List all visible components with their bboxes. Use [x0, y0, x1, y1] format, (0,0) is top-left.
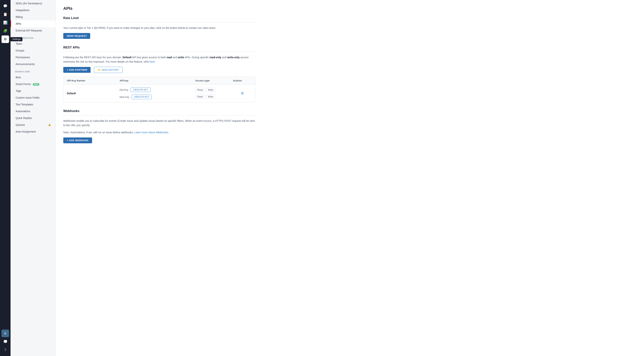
- help-nav-icon[interactable]: h: [2, 330, 9, 337]
- add-webhook-button[interactable]: + ADD WEBHOOK: [63, 137, 92, 143]
- sidebar-item-auto-assignment[interactable]: Auto-Assignment: [10, 128, 56, 135]
- sidebar-item-smart-forms[interactable]: Smart Forms NEW: [10, 81, 56, 87]
- partner-name: Default: [67, 92, 120, 95]
- access-badges-old: Read Write: [195, 88, 233, 92]
- learn-more-link[interactable]: Learn more about Webhooks.: [134, 131, 169, 134]
- rate-limit-section: Rate Limit Your current plan is Tier 1 (…: [63, 16, 255, 39]
- gear-icon: ⚙: [4, 37, 7, 41]
- rest-apis-here-link[interactable]: here: [150, 60, 155, 63]
- sidebar-item-integrations[interactable]: Integrations: [10, 7, 56, 14]
- view-old-key-button[interactable]: VIEW API KEY: [130, 87, 150, 92]
- desc-mid3: APIs. Giving specific: [185, 56, 210, 59]
- chart-nav-icon[interactable]: 📊: [2, 19, 9, 26]
- history-icon: 📁: [98, 68, 101, 71]
- send-request-button[interactable]: SEND REQUEST: [63, 33, 90, 39]
- desc-pre: Following are the REST API keys for your…: [63, 56, 122, 59]
- col-key-header: API key: [120, 79, 195, 82]
- sidebar-item-text-templates[interactable]: Text Templates: [10, 101, 56, 108]
- desc-bold5: write-only: [227, 56, 240, 59]
- content-area: APIs Rate Limit Your current plan is Tie…: [56, 0, 263, 156]
- puzzle-nav-icon[interactable]: 🧩: [2, 27, 9, 35]
- read-badge-old: Read: [195, 88, 205, 92]
- webhooks-divider: [63, 115, 255, 115]
- access-type-col: Read Write Read Write: [195, 88, 233, 99]
- page-title: APIs: [63, 6, 255, 11]
- row-gear-button[interactable]: ⚙: [241, 91, 244, 95]
- desc-mid1: API key gives access to both: [132, 56, 166, 59]
- actions-col: ⚙: [233, 91, 252, 95]
- lock-icon: 🔒: [48, 123, 51, 126]
- old-key-label: Old Key: [120, 88, 128, 91]
- rest-apis-divider: [63, 52, 255, 52]
- new-badge: NEW: [33, 83, 39, 86]
- rest-apis-section: REST APIs Following are the REST API key…: [63, 46, 255, 102]
- sidebar-item-announcements[interactable]: Announcements: [10, 61, 56, 68]
- rate-limit-divider: [63, 22, 255, 23]
- settings-tooltip: Settings: [10, 37, 22, 41]
- write-badge-old: Write: [206, 88, 216, 92]
- col-access-header: Access type: [195, 79, 233, 82]
- sidebar-item-queues[interactable]: Queues 🔒: [10, 121, 56, 128]
- api-table: API Key Partner API key Access type Acti…: [63, 77, 255, 102]
- nav-sidebar: SDKs (for Developers) Integrations Billi…: [10, 0, 56, 356]
- webhooks-desc1: Webhooks enable you to subscribe for eve…: [63, 119, 255, 127]
- sidebar-item-permissions[interactable]: Permissions: [10, 54, 56, 61]
- sidebar-item-billing[interactable]: Billing: [10, 14, 56, 20]
- sidebar-item-external-api[interactable]: External API Requests: [10, 27, 56, 34]
- desc-bold3: write: [178, 56, 184, 59]
- webhooks-desc2: Note: Automations, if set, will run on i…: [63, 130, 255, 134]
- section-workflows-label: WORKFLOWS: [10, 68, 56, 74]
- sidebar-item-groups[interactable]: Groups: [10, 47, 56, 54]
- rest-apis-btn-row: + ADD PARTNER 📁 VIEW HISTORY: [63, 67, 255, 73]
- sidebar-item-apis[interactable]: APIs: [10, 20, 56, 27]
- webhooks-title: Webhooks: [63, 109, 255, 113]
- add-partner-button[interactable]: + ADD PARTNER: [63, 67, 90, 73]
- bottom-icons: h 💭 ?: [2, 330, 9, 354]
- sidebar-item-custom-issue-fields[interactable]: Custom Issue Fields: [10, 94, 56, 101]
- sidebar-item-bots[interactable]: Bots: [10, 74, 56, 81]
- old-key-row: Old Key VIEW API KEY: [120, 87, 195, 92]
- rate-limit-title: Rate Limit: [63, 16, 255, 20]
- sidebar-item-sdks[interactable]: SDKs (for Developers): [10, 0, 56, 7]
- inbox-nav-icon[interactable]: 📋: [2, 11, 9, 18]
- view-history-button[interactable]: 📁 VIEW HISTORY: [94, 67, 122, 73]
- write-badge-new: Write: [206, 95, 216, 99]
- col-actions-header: Actions: [233, 79, 252, 82]
- api-table-header: API Key Partner API key Access type Acti…: [64, 77, 255, 84]
- main-content: APIs Rate Limit Your current plan is Tie…: [56, 0, 644, 356]
- rest-apis-desc: Following are the REST API keys for your…: [63, 55, 255, 64]
- table-row: Default Old Key VIEW API KEY New Key VIE…: [64, 84, 255, 102]
- rate-limit-desc: Your current plan is Tier 1 (60 RPM). If…: [63, 26, 255, 30]
- sidebar-item-tags[interactable]: Tags: [10, 87, 56, 94]
- question-nav-icon[interactable]: ?: [2, 346, 9, 354]
- desc-mid4: and: [222, 56, 227, 59]
- desc-bold2: read: [166, 56, 172, 59]
- icon-sidebar: 💬 📋 📊 🧩 ⚙ Settings h 💭 ?: [0, 0, 10, 356]
- desc-bold4: read-only: [210, 56, 221, 59]
- sidebar-item-automations[interactable]: Automations: [10, 108, 56, 115]
- sidebar-item-team[interactable]: Team: [10, 40, 56, 47]
- new-key-label: New Key: [120, 96, 129, 98]
- webhooks-section: Webhooks Webhooks enable you to subscrib…: [63, 109, 255, 143]
- rest-apis-title: REST APIs: [63, 46, 255, 49]
- speech-nav-icon[interactable]: 💭: [2, 338, 9, 345]
- sidebar-item-quick-replies[interactable]: Quick Replies: [10, 115, 56, 121]
- view-new-key-button[interactable]: VIEW API KEY: [132, 95, 152, 99]
- read-badge-new: Read: [195, 95, 205, 99]
- gear-action-icon: ⚙: [241, 91, 244, 95]
- desc-bold1: Default: [122, 56, 132, 59]
- new-key-row: New Key VIEW API KEY: [120, 95, 195, 99]
- chat-nav-icon[interactable]: 💬: [2, 2, 9, 10]
- col-partner-header: API Key Partner: [67, 79, 120, 82]
- desc-mid2: and: [173, 56, 178, 59]
- settings-nav-icon[interactable]: ⚙ Settings: [2, 36, 9, 43]
- api-key-col: Old Key VIEW API KEY New Key VIEW API KE…: [120, 87, 195, 99]
- access-badges-new: Read Write: [195, 95, 233, 99]
